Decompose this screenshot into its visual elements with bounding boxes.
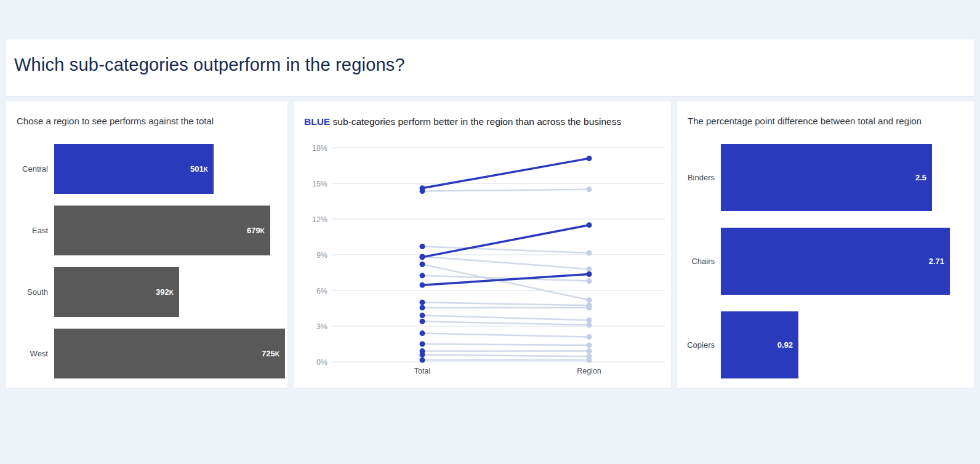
slope-point-region [587,348,592,354]
slope-line [422,190,589,191]
bar-category-label: Chairs [687,257,715,266]
slope-point-total [420,330,425,336]
slope-line [422,321,589,325]
y-tick-label: 12% [312,215,327,224]
region-bar-west[interactable]: 725K [54,329,285,378]
slope-point-total [420,282,425,288]
bar-value-suffix: K [260,228,265,234]
bar-track: 0.92 [721,311,974,378]
slope-line [422,334,589,337]
region-bar-central[interactable]: 501K [54,144,214,194]
bar-category-label: West [16,349,48,358]
slope-line [422,344,589,345]
bar-track: 725K [54,329,287,378]
slope-point-region [587,156,592,161]
bar-value-label: 2.71 [929,257,950,266]
slope-point-region [587,322,592,328]
difference-panel: The percentage point difference between … [677,102,974,388]
slope-point-region [587,278,592,284]
bar-category-label: Central [16,164,48,174]
slope-point-total [420,300,425,305]
difference-bar-copiers: 0.92 [721,311,798,378]
y-tick-label: 6% [316,287,327,295]
slope-point-region [587,342,592,348]
region-bar-east[interactable]: 679K [54,206,270,255]
bar-row: Binders2.5 [677,144,974,211]
bar-category-label: South [16,287,48,297]
slope-line [422,302,589,305]
slope-line [422,257,589,269]
bar-value-label: 0.92 [777,340,798,350]
bar-row: South392K [6,267,287,317]
bar-value-suffix: K [204,166,208,173]
slope-point-total [420,313,425,318]
slope-line [422,316,589,321]
slope-point-total [420,273,425,278]
bar-value-label: 2.5 [915,173,932,182]
bar-row: Chairs2.71 [677,228,974,295]
slope-point-total [420,305,425,311]
slope-point-region [587,222,592,228]
difference-bar-binders: 2.5 [721,144,932,211]
bar-row: Central501K [6,144,287,194]
bar-track: 679K [54,206,287,255]
slope-chart: 0%3%6%9%12%15%18%TotalRegion [294,102,671,388]
page-title: Which sub-categories outperform in the r… [6,39,974,75]
bar-track: 501K [54,144,287,194]
bar-value-label: 392K [156,287,179,297]
bar-category-label: Binders [687,173,715,182]
slope-point-total [420,358,425,363]
slope-point-region [587,186,592,192]
slope-point-region [587,334,592,340]
dashboard-header: Which sub-categories outperform in the r… [6,39,974,96]
slope-point-region [587,271,592,277]
slope-point-total [420,254,425,259]
y-tick-label: 0% [316,358,327,367]
region-bar-south[interactable]: 392K [54,267,179,317]
slope-point-region [587,305,592,311]
region-bar-chart: Central501KEast679KSouth392KWest725K [6,144,287,390]
bar-value-suffix: K [275,351,279,358]
bar-category-label: Copiers [687,340,715,350]
slope-point-total [420,342,425,347]
x-axis-label: Region [577,367,601,375]
y-tick-label: 18% [312,144,327,153]
region-panel-title: Chose a region to see performs against t… [17,116,280,127]
y-tick-label: 3% [316,322,327,331]
slope-line [422,264,589,300]
slope-point-region [587,318,592,323]
slope-chart-panel: BLUE sub-categories perform better in th… [294,102,671,388]
bar-row: West725K [6,329,287,378]
slope-point-region [587,250,592,256]
bar-track: 392K [54,267,287,317]
bar-row: Copiers0.92 [677,311,974,378]
y-tick-label: 9% [316,251,327,260]
bar-value-label: 501K [190,164,214,174]
slope-point-region [587,266,592,272]
slope-point-total [420,352,425,358]
y-tick-label: 15% [312,180,327,188]
region-selector-panel: Chose a region to see performs against t… [6,102,287,388]
slope-point-total [420,188,425,194]
slope-point-total [420,319,425,324]
difference-bar-chairs: 2.71 [721,228,950,295]
bar-track: 2.71 [721,228,974,295]
bar-value-label: 679K [247,226,270,235]
bar-row: East679K [6,206,287,255]
bar-value-label: 725K [262,349,285,358]
slope-point-region [587,297,592,303]
slope-point-region [587,358,592,363]
slope-line [422,354,589,356]
bar-category-label: East [16,226,48,235]
difference-bar-chart: Binders2.5Chairs2.71Copiers0.92 [677,144,974,395]
slope-point-total [420,244,425,249]
x-axis-label: Total [414,367,430,375]
difference-panel-title: The percentage point difference between … [688,116,966,127]
bar-track: 2.5 [721,144,974,211]
bar-value-suffix: K [169,289,174,296]
slope-point-total [420,262,425,267]
